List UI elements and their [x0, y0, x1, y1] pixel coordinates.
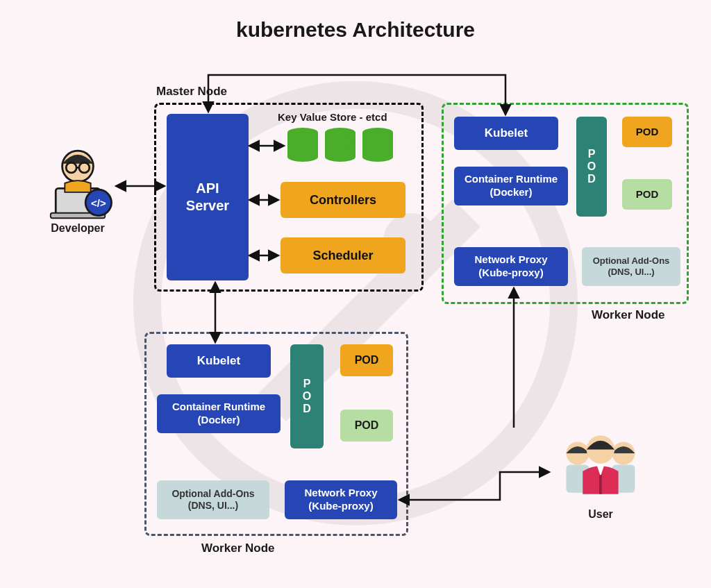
database-icon [287, 128, 318, 167]
worker-a-kubelet: Kubelet [167, 344, 271, 378]
svg-rect-15 [599, 475, 602, 494]
worker-a-pod1: POD [340, 344, 393, 376]
worker-a-addons: Optional Add-Ons (DNS, UI...) [157, 480, 269, 519]
worker-node-b-label: Worker Node [592, 308, 665, 322]
svg-text:</>: </> [91, 197, 106, 209]
worker-b-pod-vertical: POD [576, 117, 607, 217]
worker-a-pod2: POD [340, 410, 393, 442]
user-icon [551, 430, 649, 507]
developer-label: Developer [42, 222, 114, 235]
worker-b-kubelet: Kubelet [454, 117, 558, 150]
developer-icon: </> [39, 143, 117, 221]
etcd-db-icons [287, 128, 393, 167]
worker-b-pod2: POD [622, 179, 672, 210]
etcd-label: Key Value Store - etcd [278, 111, 387, 123]
worker-b-addons: Optional Add-Ons (DNS, UI...) [582, 247, 680, 286]
api-server-box: API Server [167, 114, 249, 280]
database-icon [362, 128, 393, 167]
database-icon [325, 128, 356, 167]
worker-b-runtime: Container Runtime (Docker) [454, 167, 568, 205]
scheduler-box: Scheduler [281, 237, 405, 274]
worker-a-runtime: Container Runtime (Docker) [157, 394, 281, 433]
controllers-box: Controllers [281, 182, 405, 218]
user-label: User [576, 508, 625, 521]
worker-a-proxy: Network Proxy (Kube-proxy) [285, 480, 397, 519]
worker-a-pod-vertical: POD [290, 344, 324, 448]
worker-node-a-label: Worker Node [201, 541, 275, 555]
master-node-label: Master Node [156, 85, 227, 99]
worker-b-pod1: POD [622, 117, 672, 147]
worker-b-proxy: Network Proxy (Kube-proxy) [454, 247, 568, 286]
